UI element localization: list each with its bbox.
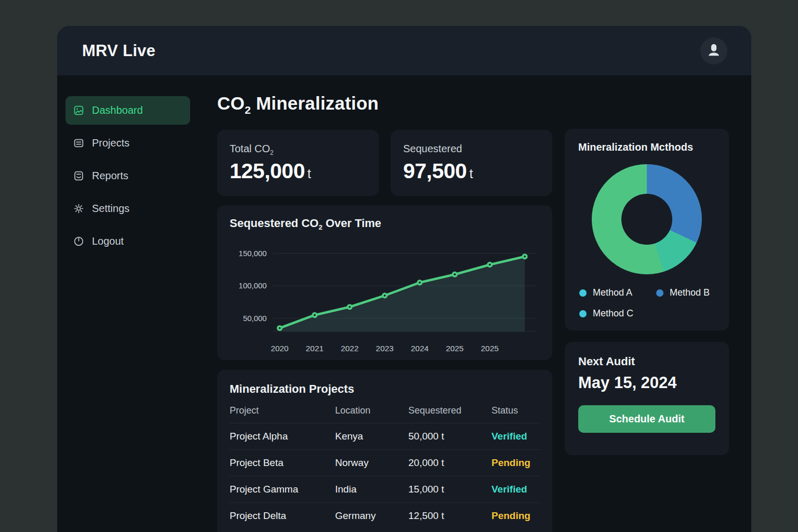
settings-icon [73, 203, 84, 214]
table-row: Project Gamma India 15,000 t Verified [230, 476, 540, 503]
svg-text:100,000: 100,000 [238, 282, 267, 290]
app-header: MRV Live [57, 26, 751, 75]
sequestered-cell: 12,500 t [408, 503, 491, 529]
methods-card: Mineralization Mcthods Method A Method B [565, 129, 729, 330]
sequestered-cell: 15,000 t [408, 476, 491, 503]
project-cell: Project Alpha [230, 423, 335, 450]
stat-label: Total CO2 [230, 143, 366, 156]
projects-table-card: Mineralization Projects Project Location… [217, 370, 552, 532]
stat-value: 97,500t [403, 159, 540, 183]
sidebar-item-dashboard[interactable]: Dashboard [65, 96, 190, 125]
logout-icon [73, 236, 84, 247]
location-cell: Germany [335, 503, 408, 529]
schedule-audit-button[interactable]: Schedule Audit [578, 405, 715, 433]
page-title: CO2 Mineralization [217, 93, 552, 116]
legend-label: Method A [593, 287, 632, 298]
legend-item-method-a: Method A [579, 287, 656, 298]
status-cell: Pending [491, 503, 540, 529]
sidebar-item-label: Projects [92, 137, 129, 149]
sidebar: Dashboard Projects [57, 75, 217, 532]
svg-text:2023: 2023 [376, 344, 393, 353]
sidebar-item-label: Reports [92, 170, 128, 182]
donut-hole [621, 194, 672, 245]
sequestered-cell: 50,000 t [408, 423, 491, 450]
legend-label: Method B [670, 287, 710, 298]
avatar[interactable] [700, 37, 727, 64]
svg-text:2025: 2025 [446, 344, 463, 353]
sidebar-item-projects[interactable]: Projects [65, 129, 190, 157]
app-title: MRV Live [82, 42, 155, 60]
dashboard-icon [73, 105, 84, 116]
location-cell: Kenya [335, 423, 408, 450]
legend-item-method-c: Method C [579, 308, 656, 319]
app-window: MRV Live Dashboard [57, 26, 751, 532]
column-header: Sequestered [408, 400, 491, 423]
project-cell: Project Gamma [230, 476, 335, 503]
column-header: Status [491, 400, 540, 423]
legend-dot [656, 289, 663, 297]
svg-text:2025: 2025 [481, 344, 499, 353]
legend-label: Method C [593, 308, 633, 319]
location-cell: Norway [335, 450, 408, 476]
svg-text:2022: 2022 [341, 344, 358, 353]
svg-text:2021: 2021 [306, 344, 324, 353]
table-row: Project Delta Germany 12,500 t Pending [230, 503, 540, 529]
stat-card-sequestered: Sequestered 97,500t [391, 130, 552, 196]
svg-text:2020: 2020 [271, 344, 288, 353]
projects-icon [73, 138, 84, 149]
stat-card-total-co2: Total CO2 125,000t [217, 130, 379, 196]
sidebar-item-label: Logout [92, 235, 124, 247]
legend-dot [579, 289, 587, 297]
sidebar-item-reports[interactable]: Reports [65, 162, 190, 190]
table-header-row: Project Location Sequestered Status [230, 400, 540, 423]
svg-text:150,000: 150,000 [238, 249, 267, 258]
sequestered-cell: 20,000 t [408, 450, 491, 476]
project-cell: Project Delta [230, 503, 335, 529]
svg-text:50,000: 50,000 [243, 314, 267, 323]
projects-table-title: Mineralization Projects [230, 382, 540, 396]
sidebar-item-logout[interactable]: Logout [65, 227, 190, 256]
next-audit-card: Next Audit May 15, 2024 Schedule Audit [565, 342, 729, 455]
projects-table: Project Location Sequestered Status Proj… [230, 400, 540, 529]
sidebar-item-label: Settings [92, 203, 129, 215]
column-header: Project [230, 400, 335, 423]
donut-chart [592, 164, 702, 274]
legend-item-method-b: Method B [656, 287, 714, 298]
main-content: CO2 Mineralization Total CO2 125,000t Se… [217, 75, 751, 532]
status-cell: Pending [491, 450, 540, 476]
table-row: Project Beta Norway 20,000 t Pending [230, 450, 540, 476]
column-header: Location [335, 400, 408, 423]
legend-dot [579, 310, 587, 317]
methods-title: Mineralization Mcthods [578, 141, 715, 153]
sidebar-item-settings[interactable]: Settings [65, 194, 190, 223]
donut-legend: Method A Method B Method C [578, 287, 715, 319]
stat-label: Sequestered [403, 143, 540, 156]
project-cell: Project Beta [230, 450, 335, 476]
location-cell: India [335, 476, 408, 503]
svg-text:2024: 2024 [411, 344, 429, 353]
next-audit-title: Next Audit [578, 355, 715, 368]
reports-icon [73, 170, 84, 181]
user-icon [706, 42, 722, 60]
status-cell: Verified [491, 476, 540, 503]
sidebar-item-label: Dashboard [92, 104, 143, 116]
next-audit-date: May 15, 2024 [578, 374, 715, 392]
table-row: Project Alpha Kenya 50,000 t Verified [230, 423, 540, 450]
stat-row: Total CO2 125,000t Sequestered 97,500t [217, 130, 552, 196]
stat-value: 125,000t [230, 159, 366, 183]
line-chart-title: Sequestered CO2 Over Time [230, 217, 540, 231]
line-chart-card: Sequestered CO2 Over Time 50,000100,0001… [217, 205, 552, 360]
status-cell: Verified [491, 423, 540, 450]
line-chart: 50,000100,000150,00020202021202220232024… [230, 233, 540, 360]
